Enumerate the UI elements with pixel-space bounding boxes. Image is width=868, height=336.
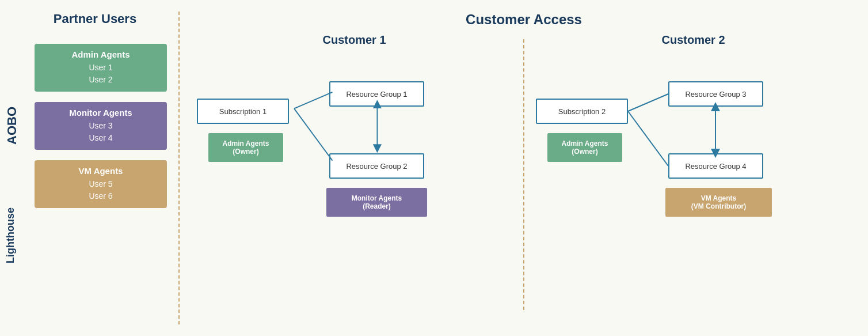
lighthouse-label: Lighthouse [5,207,17,263]
customer-access-title: Customer Access [185,12,862,28]
subscription1-box: Subscription 1 [197,99,289,124]
partner-users-section: Partner Users AOBO Lighthouse Admin Agen… [0,0,178,336]
subscription2-box: Subscription 2 [536,99,628,124]
admin-agents-users: User 1User 2 [43,62,159,86]
customer2-vm-agents-box: VM Agents(VM Contributor) [665,188,772,217]
customer1-title: Customer 1 [191,33,517,47]
svg-line-0 [294,92,333,109]
customer2-column: Customer 2 Subscription 2 Admin Agents(O… [524,33,862,316]
monitor-agents-title: Monitor Agents [43,108,159,118]
customer2-diagram: Subscription 2 Admin Agents(Owner) Resou… [530,58,856,277]
vm-agents-group: VM Agents User 5User 6 [35,160,167,208]
svg-line-1 [294,108,333,160]
monitor-agents-group: Monitor Agents User 3User 4 [35,102,167,150]
vm-agents-title: VM Agents [43,166,159,176]
customer1-monitor-agents-box: Monitor Agents(Reader) [326,188,427,217]
resource-group4-box: Resource Group 4 [668,153,763,179]
customer1-column: Customer 1 Subscription 1 Admin Agents(O… [185,33,523,316]
customers-container: Customer 1 Subscription 1 Admin Agents(O… [185,33,862,316]
admin-agents-group: Admin Agents User 1User 2 [35,44,167,92]
monitor-agents-users: User 3User 4 [43,120,159,144]
customer-access-section: Customer Access Customer 1 Subscription … [180,0,868,336]
vm-agents-users: User 5User 6 [43,178,159,202]
main-diagram: Partner Users AOBO Lighthouse Admin Agen… [0,0,868,336]
customer1-admin-agents-box: Admin Agents(Owner) [208,133,283,162]
customer2-title: Customer 2 [530,33,856,47]
resource-group1-box: Resource Group 1 [329,81,424,107]
resource-group2-box: Resource Group 2 [329,153,424,179]
admin-agents-title: Admin Agents [43,50,159,59]
resource-group3-box: Resource Group 3 [668,81,763,107]
customer2-admin-agents-box: Admin Agents(Owner) [547,133,622,162]
svg-line-4 [628,111,668,166]
svg-line-3 [628,94,668,111]
customer1-diagram: Subscription 1 Admin Agents(Owner) Resou… [191,58,517,277]
aobo-label: AOBO [5,107,20,145]
partner-users-title: Partner Users [23,12,167,27]
